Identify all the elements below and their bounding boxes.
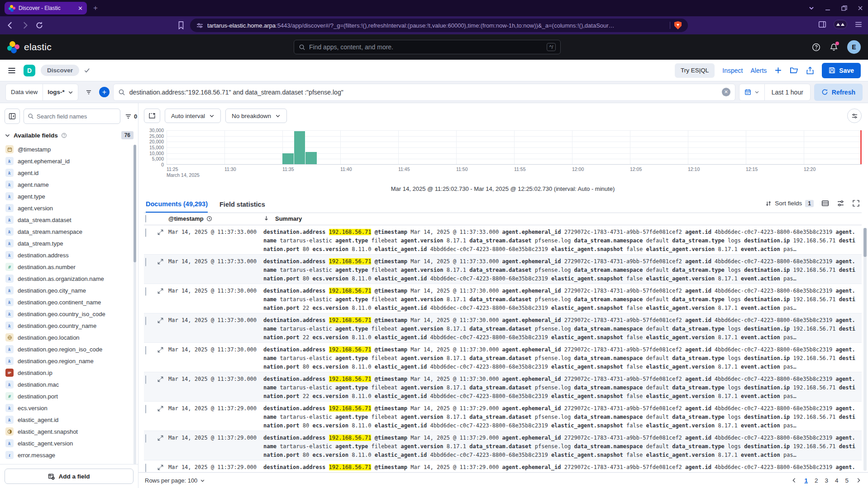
close-window-icon[interactable] (857, 5, 863, 11)
bookmark-icon[interactable] (177, 21, 185, 29)
new-session-icon[interactable] (774, 66, 782, 74)
select-all-checkbox[interactable] (145, 215, 146, 223)
notifications-bell-icon[interactable] (830, 43, 838, 52)
field-item[interactable]: kdata_stream.dataset (5, 214, 134, 226)
expand-document-icon[interactable] (157, 287, 168, 294)
brave-rewards-icon[interactable] (834, 20, 847, 29)
histogram-bar[interactable] (282, 153, 294, 164)
field-item[interactable]: kagent.ephemeral_id (5, 155, 134, 167)
info-icon[interactable] (61, 133, 67, 138)
time-range-label[interactable]: Last 1 hour (765, 89, 810, 96)
save-button[interactable]: Save (822, 63, 861, 78)
expand-document-icon[interactable] (157, 375, 168, 382)
filter-menu-button[interactable] (82, 85, 95, 100)
field-item[interactable]: kdata_stream.type (5, 237, 134, 249)
expand-document-icon[interactable] (157, 463, 168, 470)
open-folder-icon[interactable] (790, 66, 798, 75)
field-item[interactable]: kdestination.geo.region_name (5, 355, 134, 367)
breadcrumb[interactable]: Discover (41, 65, 79, 76)
field-item[interactable]: kdestination.geo.continent_name (5, 296, 134, 308)
expand-document-icon[interactable] (157, 404, 168, 412)
expand-document-icon[interactable] (157, 346, 168, 353)
field-item[interactable]: #destination.port (5, 390, 134, 402)
rows-per-page-button[interactable]: Rows per page: 100 (145, 477, 205, 484)
query-input-box[interactable]: ✕ (113, 84, 735, 101)
row-checkbox[interactable] (145, 317, 146, 325)
row-checkbox[interactable] (145, 258, 146, 266)
clear-query-icon[interactable]: ✕ (722, 88, 730, 96)
breadcrumb-check-icon[interactable] (84, 67, 91, 74)
field-item[interactable]: kdestination.geo.country_iso_code (5, 308, 134, 320)
row-checkbox[interactable] (145, 228, 146, 237)
display-options-icon[interactable] (837, 199, 844, 207)
row-checkbox[interactable] (145, 464, 146, 472)
refresh-button[interactable]: Refresh (814, 84, 863, 101)
row-checkbox[interactable] (145, 287, 146, 296)
page-number[interactable]: 3 (825, 477, 828, 484)
page-number[interactable]: 5 (845, 477, 849, 484)
field-item[interactable]: terror.message (5, 449, 134, 461)
minimize-icon[interactable] (825, 5, 831, 11)
space-badge[interactable]: D (24, 65, 35, 76)
breakdown-select[interactable]: No breakdown (225, 109, 287, 123)
help-icon[interactable] (812, 43, 820, 52)
timestamp-column-header[interactable]: @timestamp (168, 215, 263, 222)
previous-page-icon[interactable] (791, 477, 797, 483)
site-settings-icon[interactable] (196, 22, 203, 29)
field-item[interactable]: kagent.id (5, 167, 134, 179)
field-item[interactable]: kdata_stream.namespace (5, 226, 134, 237)
expand-document-icon[interactable] (157, 228, 168, 235)
browser-tab[interactable]: Discover - Elastic ✕ (5, 2, 87, 14)
row-checkbox[interactable] (145, 434, 146, 443)
edit-visualization-button[interactable] (144, 109, 160, 123)
date-picker-button[interactable] (739, 84, 765, 100)
page-number[interactable]: 4 (835, 477, 839, 484)
share-icon[interactable] (806, 66, 814, 75)
sort-descending-icon[interactable] (263, 215, 269, 221)
field-item[interactable]: #destination.as.number (5, 261, 134, 273)
grid-scrollbar[interactable] (863, 228, 867, 471)
field-item[interactable]: kagent.name (5, 179, 134, 190)
field-search-input[interactable] (37, 113, 116, 120)
row-checkbox[interactable] (145, 405, 146, 413)
forward-icon[interactable] (21, 21, 29, 29)
tab-field-statistics[interactable]: Field statistics (219, 201, 265, 212)
fullscreen-icon[interactable] (852, 199, 860, 207)
sidebar-toggle-icon[interactable] (818, 20, 826, 28)
tab-documents[interactable]: Documents (49,293) (146, 200, 208, 213)
add-field-button[interactable]: Add a field (5, 469, 134, 484)
restore-window-icon[interactable] (841, 5, 847, 11)
inspect-button[interactable]: Inspect (722, 67, 743, 74)
field-item[interactable]: kecs.version (5, 402, 134, 414)
global-search[interactable]: ^/ (294, 40, 561, 54)
brave-shield-icon[interactable] (674, 21, 682, 29)
field-item[interactable]: elastic_agent.snapshot (5, 426, 134, 437)
interval-select[interactable]: Auto interval (165, 109, 221, 123)
field-item[interactable]: kdestination.address (5, 249, 134, 261)
page-number[interactable]: 2 (815, 477, 818, 484)
histogram-plot[interactable] (167, 130, 862, 165)
field-item[interactable]: kdestination.geo.country_name (5, 320, 134, 332)
tab-close-icon[interactable]: ✕ (78, 5, 83, 12)
expand-document-icon[interactable] (157, 257, 168, 265)
sidebar-scrollbar[interactable] (134, 145, 136, 464)
browser-menu-icon[interactable] (854, 20, 863, 28)
field-item[interactable]: destination.geo.location (5, 332, 134, 343)
field-item[interactable]: kdestination.geo.city_name (5, 284, 134, 296)
field-item[interactable]: kagent.type (5, 190, 134, 202)
expand-document-icon[interactable] (157, 316, 168, 323)
field-item[interactable]: @timestamp (5, 143, 134, 155)
expand-document-icon[interactable] (157, 434, 168, 441)
try-esql-button[interactable]: Try ES|QL (675, 63, 715, 78)
field-item[interactable]: kdestination.as.organization.name (5, 273, 134, 284)
field-filter-button[interactable]: 0 (124, 113, 138, 120)
global-search-input[interactable] (309, 43, 543, 51)
alerts-button[interactable]: Alerts (751, 67, 767, 74)
user-avatar[interactable]: E (847, 40, 861, 54)
row-density-icon[interactable] (821, 199, 829, 207)
accordion-chevron-icon[interactable] (5, 133, 10, 138)
add-filter-button[interactable]: + (99, 87, 110, 97)
page-number[interactable]: 1 (804, 477, 808, 484)
histogram-bar[interactable] (305, 152, 317, 164)
next-page-icon[interactable] (855, 477, 862, 483)
